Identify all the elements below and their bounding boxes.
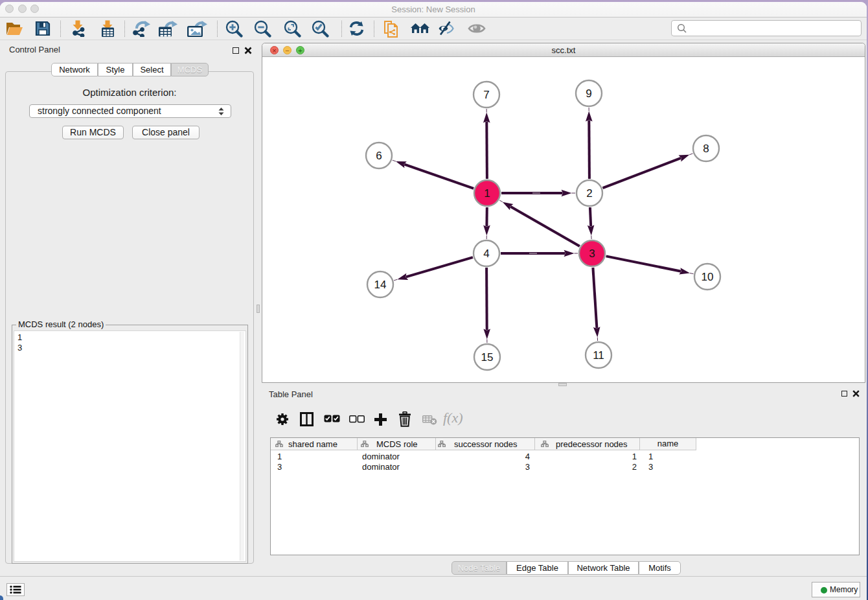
- svg-text:3: 3: [589, 248, 595, 260]
- svg-text:15: 15: [481, 351, 494, 363]
- svg-text:8: 8: [703, 143, 709, 155]
- svg-text:1: 1: [484, 187, 490, 200]
- svg-text:9: 9: [586, 87, 591, 100]
- svg-text:14: 14: [374, 279, 387, 291]
- svg-text:4: 4: [483, 248, 489, 260]
- svg-text:6: 6: [376, 150, 382, 162]
- svg-text:7: 7: [483, 89, 489, 101]
- svg-text:11: 11: [593, 349, 604, 362]
- svg-text:2: 2: [586, 187, 592, 200]
- svg-text:10: 10: [702, 271, 714, 283]
